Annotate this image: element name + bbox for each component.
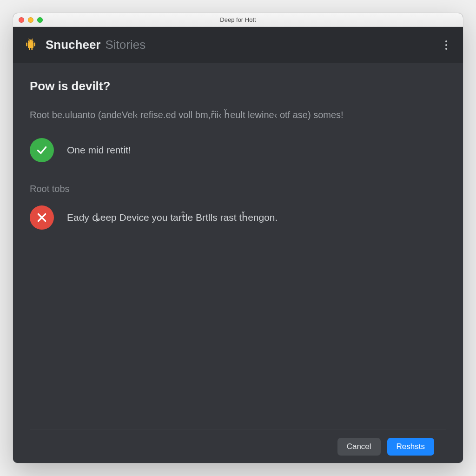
close-window-button[interactable] bbox=[19, 17, 24, 23]
status-success-text: One mid rentit! bbox=[67, 145, 131, 156]
app-header: Snucheer Sitories bbox=[13, 27, 463, 63]
svg-rect-3 bbox=[29, 47, 30, 50]
primary-action-button[interactable]: Reshsts bbox=[387, 438, 434, 456]
section-label: Root tobs bbox=[30, 184, 446, 194]
dialog-footer: Cancel Reshsts bbox=[30, 430, 446, 463]
app-title-secondary: Sitories bbox=[106, 38, 146, 52]
app-title-primary: Snucheer bbox=[46, 38, 101, 52]
status-error-text: Eady ȡeep Device you tart̑le Brtlls rast… bbox=[67, 212, 278, 223]
status-row-success: One mid rentit! bbox=[30, 138, 446, 162]
page-description: Root be.uluanto (andeVel‹ refise.ed voll… bbox=[30, 107, 439, 122]
zoom-window-button[interactable] bbox=[37, 17, 43, 23]
svg-rect-0 bbox=[28, 42, 33, 48]
svg-line-6 bbox=[32, 39, 33, 40]
svg-rect-4 bbox=[31, 47, 33, 50]
window-title: Deep for Hott bbox=[13, 16, 463, 23]
main-content: Pow is devilt? Root be.uluanto (andeVel‹… bbox=[13, 63, 463, 463]
app-window: Deep for Hott Snucheer Si bbox=[13, 13, 463, 463]
status-row-error: Eady ȡeep Device you tart̑le Brtlls rast… bbox=[30, 205, 446, 230]
android-icon bbox=[24, 38, 37, 53]
traffic-lights bbox=[13, 17, 43, 23]
checkmark-icon bbox=[30, 138, 54, 162]
svg-point-7 bbox=[29, 40, 30, 41]
page-heading: Pow is devilt? bbox=[30, 79, 446, 93]
x-icon bbox=[30, 205, 54, 230]
mac-titlebar: Deep for Hott bbox=[13, 13, 463, 27]
svg-rect-2 bbox=[34, 42, 35, 46]
svg-line-5 bbox=[29, 39, 30, 40]
more-vertical-icon[interactable] bbox=[441, 38, 452, 53]
svg-point-8 bbox=[32, 40, 33, 41]
minimize-window-button[interactable] bbox=[28, 17, 33, 23]
cancel-button[interactable]: Cancel bbox=[337, 438, 381, 456]
svg-rect-1 bbox=[26, 42, 27, 46]
app-title: Snucheer Sitories bbox=[46, 38, 145, 52]
